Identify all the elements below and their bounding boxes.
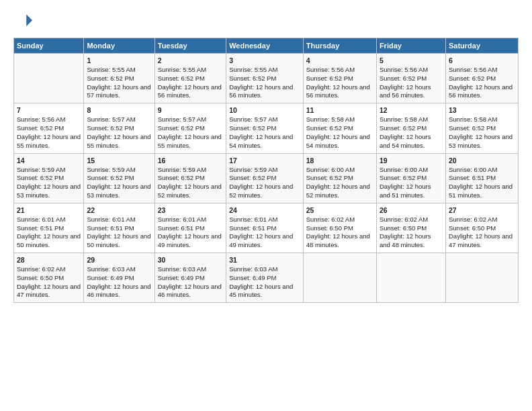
calendar-table: SundayMondayTuesdayWednesdayThursdayFrid…: [13, 38, 519, 303]
week-row-4: 21Sunrise: 6:01 AMSunset: 6:51 PMDayligh…: [14, 203, 519, 253]
header-row: SundayMondayTuesdayWednesdayThursdayFrid…: [14, 38, 519, 54]
sunset: Sunset: 6:52 PM: [380, 174, 427, 181]
day-number: 7: [17, 106, 81, 114]
sunset: Sunset: 6:52 PM: [158, 174, 205, 181]
cell-content: Sunrise: 6:01 AMSunset: 6:51 PMDaylight:…: [17, 216, 81, 250]
day-number: 25: [306, 206, 373, 214]
day-cell: 6Sunrise: 5:56 AMSunset: 6:52 PMDaylight…: [445, 54, 518, 103]
day-number: 4: [306, 56, 373, 64]
day-cell: 22Sunrise: 6:01 AMSunset: 6:51 PMDayligh…: [84, 203, 154, 253]
sunrise: Sunrise: 5:59 AM: [87, 166, 135, 173]
day-number: 3: [229, 56, 300, 64]
daylight: Daylight: 12 hours and 56 minutes.: [306, 83, 370, 99]
day-cell: 2Sunrise: 5:55 AMSunset: 6:52 PMDaylight…: [154, 54, 226, 103]
week-row-2: 7Sunrise: 5:56 AMSunset: 6:52 PMDaylight…: [14, 103, 519, 153]
cell-content: Sunrise: 6:02 AMSunset: 6:50 PMDaylight:…: [17, 265, 81, 300]
sunrise: Sunrise: 5:59 AM: [158, 166, 206, 173]
sunset: Sunset: 6:51 PM: [158, 224, 205, 232]
sunset: Sunset: 6:49 PM: [229, 274, 276, 281]
day-cell: 26Sunrise: 6:02 AMSunset: 6:50 PMDayligh…: [376, 203, 445, 253]
sunrise: Sunrise: 5:56 AM: [380, 66, 428, 73]
day-cell: 18Sunrise: 6:00 AMSunset: 6:52 PMDayligh…: [303, 153, 376, 203]
day-cell: 9Sunrise: 5:57 AMSunset: 6:52 PMDaylight…: [154, 103, 226, 153]
sunset: Sunset: 6:52 PM: [158, 124, 205, 132]
sunrise: Sunrise: 5:55 AM: [158, 66, 206, 73]
sunrise: Sunrise: 6:01 AM: [87, 216, 135, 223]
daylight: Daylight: 12 hours and 47 minutes.: [17, 283, 81, 299]
sunset: Sunset: 6:52 PM: [306, 124, 353, 132]
cell-content: Sunrise: 5:56 AMSunset: 6:52 PMDaylight:…: [17, 116, 81, 150]
day-cell: 4Sunrise: 5:56 AMSunset: 6:52 PMDaylight…: [303, 54, 376, 103]
daylight: Daylight: 12 hours and 50 minutes.: [17, 232, 81, 248]
cell-content: Sunrise: 6:00 AMSunset: 6:52 PMDaylight:…: [380, 166, 443, 200]
sunrise: Sunrise: 6:00 AM: [449, 166, 497, 173]
day-cell: 7Sunrise: 5:56 AMSunset: 6:52 PMDaylight…: [14, 103, 84, 153]
day-number: 5: [380, 56, 443, 64]
day-number: 1: [87, 56, 151, 64]
sunset: Sunset: 6:50 PM: [306, 224, 353, 232]
sunrise: Sunrise: 6:00 AM: [380, 166, 428, 173]
cell-content: Sunrise: 5:59 AMSunset: 6:52 PMDaylight:…: [87, 166, 151, 200]
sunset: Sunset: 6:52 PM: [449, 75, 496, 82]
cell-content: Sunrise: 5:57 AMSunset: 6:52 PMDaylight:…: [229, 116, 300, 150]
day-number: 18: [306, 156, 373, 165]
daylight: Daylight: 12 hours and 47 minutes.: [449, 232, 513, 248]
day-number: 24: [229, 206, 300, 214]
daylight: Daylight: 12 hours and 48 minutes.: [380, 232, 431, 248]
daylight: Daylight: 12 hours and 55 minutes.: [17, 133, 81, 149]
sunset: Sunset: 6:52 PM: [87, 124, 134, 132]
day-number: 9: [158, 106, 223, 114]
day-cell: 17Sunrise: 5:59 AMSunset: 6:52 PMDayligh…: [226, 153, 304, 203]
daylight: Daylight: 12 hours and 48 minutes.: [306, 232, 370, 248]
col-header-sunday: Sunday: [14, 38, 84, 54]
day-cell: [303, 253, 376, 303]
sunset: Sunset: 6:49 PM: [158, 274, 205, 281]
daylight: Daylight: 12 hours and 51 minutes.: [380, 183, 431, 199]
daylight: Daylight: 12 hours and 56 minutes.: [229, 83, 293, 99]
day-number: 8: [87, 106, 151, 114]
day-cell: 16Sunrise: 5:59 AMSunset: 6:52 PMDayligh…: [154, 153, 226, 203]
sunrise: Sunrise: 6:03 AM: [158, 265, 206, 273]
sunrise: Sunrise: 6:03 AM: [229, 265, 277, 273]
sunrise: Sunrise: 5:57 AM: [158, 116, 206, 123]
day-number: 26: [380, 206, 443, 214]
sunset: Sunset: 6:50 PM: [449, 224, 496, 232]
cell-content: Sunrise: 5:56 AMSunset: 6:52 PMDaylight:…: [380, 66, 443, 100]
day-number: 16: [158, 156, 223, 165]
sunset: Sunset: 6:52 PM: [229, 124, 276, 132]
daylight: Daylight: 12 hours and 56 minutes.: [449, 83, 513, 99]
day-cell: 15Sunrise: 5:59 AMSunset: 6:52 PMDayligh…: [84, 153, 154, 203]
daylight: Daylight: 12 hours and 50 minutes.: [87, 232, 150, 248]
sunset: Sunset: 6:51 PM: [87, 224, 134, 232]
cell-content: Sunrise: 5:55 AMSunset: 6:52 PMDaylight:…: [229, 66, 300, 100]
sunrise: Sunrise: 5:58 AM: [306, 116, 355, 123]
sunrise: Sunrise: 6:02 AM: [17, 265, 65, 273]
day-number: 15: [87, 156, 151, 165]
day-number: 21: [17, 206, 81, 214]
day-number: 13: [449, 106, 515, 114]
daylight: Daylight: 12 hours and 52 minutes.: [229, 183, 293, 199]
day-number: 11: [306, 106, 373, 114]
sunset: Sunset: 6:52 PM: [306, 75, 353, 82]
col-header-friday: Friday: [376, 38, 445, 54]
sunset: Sunset: 6:51 PM: [17, 224, 64, 232]
col-header-thursday: Thursday: [303, 38, 376, 54]
day-cell: [376, 253, 445, 303]
day-cell: 23Sunrise: 6:01 AMSunset: 6:51 PMDayligh…: [154, 203, 226, 253]
day-cell: 13Sunrise: 5:58 AMSunset: 6:52 PMDayligh…: [445, 103, 518, 153]
day-cell: 24Sunrise: 6:01 AMSunset: 6:51 PMDayligh…: [226, 203, 304, 253]
day-number: 30: [158, 256, 223, 264]
daylight: Daylight: 12 hours and 46 minutes.: [158, 283, 222, 299]
day-cell: 28Sunrise: 6:02 AMSunset: 6:50 PMDayligh…: [14, 253, 84, 303]
cell-content: Sunrise: 6:03 AMSunset: 6:49 PMDaylight:…: [158, 265, 223, 300]
daylight: Daylight: 12 hours and 52 minutes.: [158, 183, 222, 199]
page: SundayMondayTuesdayWednesdayThursdayFrid…: [0, 0, 532, 411]
day-cell: 31Sunrise: 6:03 AMSunset: 6:49 PMDayligh…: [226, 253, 304, 303]
cell-content: Sunrise: 5:59 AMSunset: 6:52 PMDaylight:…: [158, 166, 223, 200]
cell-content: Sunrise: 5:58 AMSunset: 6:52 PMDaylight:…: [449, 116, 515, 150]
week-row-3: 14Sunrise: 5:59 AMSunset: 6:52 PMDayligh…: [14, 153, 519, 203]
logo-icon: [13, 12, 32, 31]
cell-content: Sunrise: 5:55 AMSunset: 6:52 PMDaylight:…: [87, 66, 151, 100]
day-cell: 21Sunrise: 6:01 AMSunset: 6:51 PMDayligh…: [14, 203, 84, 253]
logo: [13, 12, 35, 31]
